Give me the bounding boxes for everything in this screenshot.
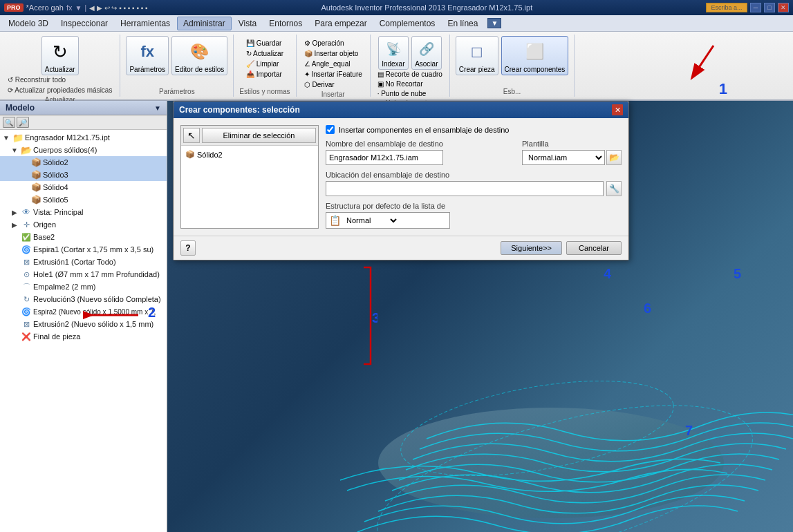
dialog-tree-item-solido2[interactable]: 📦 Sólido2 [184, 149, 315, 160]
tree-item-extrusion2[interactable]: ⊠ Extrusión2 (Nuevo sólido x 1,5 mm) [0, 318, 167, 330]
location-row: 🔧 [326, 181, 622, 196]
asociar-button[interactable]: 🔗 Asociar [411, 36, 442, 70]
recorte-cuadro-btn[interactable]: ▤ Recorte de cuadro [376, 70, 444, 79]
crear-pieza-button[interactable]: □ Crear pieza [456, 36, 498, 75]
assembly-name-input[interactable] [326, 150, 443, 165]
options-btn[interactable]: ▼ [487, 18, 501, 28]
checkbox-row: Insertar componentes en el ensamblaje de… [326, 125, 622, 134]
template-label: Plantilla [522, 140, 622, 148]
tree-item-cuerpos[interactable]: ▼ 📂 Cuerpos sólidos(4) [0, 144, 167, 156]
toolbar-section-estilos: 💾 Guardar ↻ Actualizar 🧹 Limpiar 📥 Impor… [234, 35, 296, 97]
tree-item-extrusion1[interactable]: ⊠ Extrusión1 (Cortar Todo) [0, 256, 167, 268]
svg-line-0 [693, 46, 713, 77]
tree-item-solido4[interactable]: 📦 Sólido4 [0, 181, 167, 193]
formula-icon: fx [66, 3, 73, 12]
toolbar-section-actualizar: ↻ Actualizar ↺ Reconstruir todo ⟳ Actual… [0, 35, 120, 97]
toolbar-section-crear: □ Crear pieza ⬜ Crear componentes Esb... [450, 35, 575, 97]
title-bar: PRO *Acero gah fx ▼ | ◀ ▶ ↩ ↪ ▪ ▪ ▪ ▪ ▪ … [0, 0, 793, 15]
location-input[interactable] [326, 181, 604, 196]
tree-item-espira2[interactable]: 🌀 Espira2 (Nuevo sólido x 1,5000 mm x 7, [0, 305, 167, 318]
toolbar-section-insertar: ⚙ Operación 📦 Insertar objeto ∠ Angle_eq… [297, 35, 371, 97]
reconstruir-todo-btn[interactable]: ↺ Reconstruir todo [6, 75, 114, 84]
menu-modelo3d[interactable]: Modelo 3D [3, 17, 54, 30]
svg-point-2 [378, 408, 724, 518]
model-tree: ▼ 📁 Engrasador M12x1.75.ipt ▼ 📂 Cuerpos … [0, 130, 167, 532]
tree-item-revolucion3[interactable]: ↻ Revolución3 (Nuevo sólido Completa) [0, 293, 167, 305]
search-tree-button[interactable]: 🔎 [17, 117, 29, 128]
panel-dropdown[interactable]: ▼ [154, 104, 161, 112]
tree-item-empalme2[interactable]: ⌒ Empalme2 (2 mm) [0, 281, 167, 293]
tree-item-solido2[interactable]: 📦 Sólido2 [0, 156, 167, 169]
guardar-btn[interactable]: 💾 Guardar [244, 39, 286, 48]
dialog-close-button[interactable]: ✕ [612, 104, 623, 115]
location-browse-button[interactable]: 🔧 [606, 181, 622, 196]
tree-item-vista[interactable]: ▶ 👁 Vista: Principal [0, 206, 167, 218]
dialog-form: Insertar componentes en el ensamblaje de… [326, 125, 622, 229]
indexar-button[interactable]: 📡 Indexar [378, 36, 409, 70]
form-group-name: Nombre del ensamblaje de destino [326, 140, 516, 165]
file-name: *Acero gah [26, 3, 64, 12]
crear-componentes-button[interactable]: ⬜ Crear componentes [501, 36, 569, 75]
limpiar-btn[interactable]: 🧹 Limpiar [244, 59, 286, 68]
tree-item-origen[interactable]: ▶ ✛ Origen [0, 218, 167, 231]
tree-item-root[interactable]: ▼ 📁 Engrasador M12x1.75.ipt [0, 131, 167, 144]
actualizar-button[interactable]: ↻ Actualizar [41, 36, 79, 75]
insertar-objeto-btn[interactable]: 📦 Insertar objeto [302, 49, 364, 58]
editor-estilos-button[interactable]: 🎨 Editor de estilos [171, 36, 227, 75]
cancelar-button[interactable]: Cancelar [566, 241, 622, 255]
toolbar-area: ↻ Actualizar ↺ Reconstruir todo ⟳ Actual… [0, 32, 793, 101]
menu-vista[interactable]: Vista [233, 17, 262, 30]
search-bar[interactable]: Escriba a... [706, 3, 747, 12]
template-select[interactable]: Normal.iam Standard.iam [522, 150, 605, 165]
toolbar-section-nube: 📡 Indexar 🔗 Asociar ▤ Recorte de cuadro … [371, 35, 450, 97]
structure-select[interactable]: Normal Inseparable Comprado Fantasma [344, 216, 399, 225]
importar-btn[interactable]: 📥 Importar [244, 70, 286, 79]
window-controls: Escriba a... ─ □ ✕ [706, 3, 789, 12]
tree-item-base2[interactable]: ✅ Base2 [0, 231, 167, 243]
structure-label: Estructura por defecto de la lista de [326, 202, 622, 210]
menu-entornos[interactable]: Entornos [263, 17, 308, 30]
maximize-button[interactable]: □ [764, 3, 775, 12]
main-layout: Modelo ▼ 🔍 🔎 ▼ 📁 Engrasador M12x1.75.ipt… [0, 101, 793, 532]
menu-inspeccionar[interactable]: Inspeccionar [55, 17, 113, 30]
tree-item-solido5[interactable]: 📦 Sólido5 [0, 193, 167, 206]
dialog-tree: 📦 Sólido2 [181, 146, 318, 228]
actualizar-estilos-btn[interactable]: ↻ Actualizar [244, 49, 286, 58]
template-browse-button[interactable]: 📂 [606, 150, 622, 165]
annotation-1-arrow [679, 42, 720, 84]
dialog-title: Crear componentes: selección [179, 105, 300, 115]
filter-button[interactable]: 🔍 [3, 117, 15, 128]
angle-equal-btn[interactable]: ∠ Angle_equal [302, 59, 364, 68]
tree-item-final[interactable]: ❌ Final de pieza [0, 330, 167, 343]
parametros-button[interactable]: fx Parámetros [126, 36, 169, 75]
tree-item-solido3[interactable]: 📦 Sólido3 [0, 169, 167, 181]
insert-checkbox[interactable] [326, 125, 335, 134]
no-recortar-btn[interactable]: ▣ No Recortar [376, 79, 444, 88]
panel-title: Modelo [6, 103, 35, 113]
app-title: Autodesk Inventor Professional 2013 Engr… [148, 3, 706, 12]
tree-item-espira1[interactable]: 🌀 Espira1 (Cortar x 1,75 mm x 3,5 su) [0, 243, 167, 256]
insert-checkbox-label: Insertar componentes en el ensamblaje de… [339, 126, 509, 134]
menu-administrar[interactable]: Administrar [177, 17, 232, 30]
eliminar-seleccion-button[interactable]: Eliminar de selección [202, 128, 316, 143]
form-group-location: Ubicación del ensamblaje de destino 🔧 [326, 171, 622, 196]
minimize-button[interactable]: ─ [750, 3, 761, 12]
cursor-tool-button[interactable]: ↖ [183, 128, 200, 143]
close-button[interactable]: ✕ [778, 3, 789, 12]
menu-herramientas[interactable]: Herramientas [115, 17, 176, 30]
toolbar-section-parametros: fx Parámetros 🎨 Editor de estilos Paráme… [120, 35, 234, 97]
punto-nube-btn[interactable]: · Punto de nube [376, 89, 444, 98]
actualizar-propiedades-btn[interactable]: ⟳ Actualizar propiedades másicas [6, 86, 114, 95]
derivar-btn[interactable]: ⬡ Derivar [302, 80, 364, 89]
siguiente-button[interactable]: Siguiente>> [501, 241, 562, 255]
menu-en-linea[interactable]: En línea [442, 17, 483, 30]
help-button[interactable]: ? [180, 240, 196, 256]
assembly-name-label: Nombre del ensamblaje de destino [326, 140, 516, 148]
tree-item-hole1[interactable]: ⊙ Hole1 (Ø7 mm x 17 mm Profundidad) [0, 268, 167, 281]
operacion-btn[interactable]: ⚙ Operación [302, 39, 364, 48]
panel-toolbar: 🔍 🔎 [0, 115, 167, 130]
insertar-ifeature-btn[interactable]: ✦ Insertar iFeature [302, 70, 364, 79]
panel-header: Modelo ▼ [0, 101, 167, 115]
menu-complementos[interactable]: Complementos [374, 17, 441, 30]
menu-para-empezar[interactable]: Para empezar [309, 17, 372, 30]
